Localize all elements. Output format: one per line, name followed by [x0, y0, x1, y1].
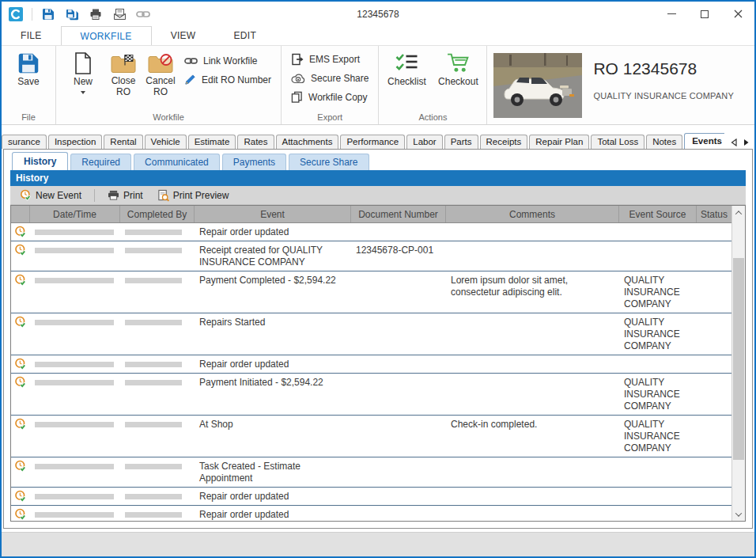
- redacted-date-bar: [35, 422, 114, 427]
- column-header[interactable]: Document Number: [351, 206, 446, 222]
- email-icon[interactable]: [112, 6, 127, 22]
- workfile-tab[interactable]: Repair Plan: [529, 135, 589, 149]
- column-header[interactable]: Status: [697, 206, 731, 222]
- events-sub-tab[interactable]: Secure Share: [289, 154, 369, 170]
- redacted-name-bar: [125, 464, 182, 469]
- save-icon[interactable]: [40, 6, 56, 22]
- new-button[interactable]: New: [61, 49, 105, 94]
- events-sub-tab[interactable]: History: [12, 152, 68, 170]
- comments-cell: [446, 457, 619, 487]
- save-icon: [17, 52, 40, 74]
- status-cell: [697, 374, 731, 415]
- events-sub-tab[interactable]: Required: [70, 154, 131, 170]
- event-source-cell: QUALITY INSURANCE COMPANY: [619, 313, 697, 355]
- event-clock-check-icon: [14, 274, 27, 287]
- date-time-cell: [30, 416, 120, 457]
- group-label-export: Export: [286, 111, 373, 124]
- minimize-button[interactable]: [655, 3, 688, 25]
- save-all-icon[interactable]: [64, 6, 80, 22]
- cancel-ro-button[interactable]: Cancel RO: [142, 49, 180, 98]
- workfile-tab[interactable]: Rates: [237, 135, 274, 149]
- cancel-ro-folder-icon: [148, 52, 173, 74]
- ribbon-tab[interactable]: VIEW: [152, 26, 215, 45]
- tab-scroll-right-icon[interactable]: [743, 139, 750, 146]
- print-button[interactable]: Print: [103, 188, 148, 203]
- workfile-tab[interactable]: Attachments: [276, 135, 339, 149]
- table-row[interactable]: Receipt created for QUALITY INSURANCE CO…: [11, 241, 731, 271]
- workfile-tab[interactable]: Vehicle: [145, 135, 187, 149]
- table-row[interactable]: Repair order updated: [11, 223, 731, 241]
- column-header[interactable]: Comments: [446, 206, 619, 222]
- event-status-cell: [11, 241, 30, 271]
- date-time-cell: [30, 457, 120, 487]
- checkout-cart-icon: [446, 52, 471, 74]
- save-button[interactable]: Save: [6, 49, 51, 88]
- link-workfile-button[interactable]: Link Workfile: [184, 55, 271, 66]
- quick-access-toolbar: [2, 6, 151, 22]
- workfile-tab[interactable]: Receipts: [480, 135, 528, 149]
- edit-ro-number-button[interactable]: Edit RO Number: [184, 74, 271, 85]
- table-row[interactable]: Task Created - Estimate Appointment: [11, 457, 731, 488]
- workfile-tab[interactable]: Notes: [646, 135, 682, 149]
- events-sub-tab[interactable]: Communicated: [134, 154, 220, 170]
- new-event-button[interactable]: New Event: [15, 188, 86, 203]
- event-clock-check-icon: [14, 316, 27, 328]
- checkout-button[interactable]: Checkout: [434, 49, 482, 88]
- history-table-header: Date/TimeCompleted ByEventDocument Numbe…: [11, 206, 731, 223]
- comments-cell: [446, 223, 619, 241]
- workfile-copy-button[interactable]: Workfile Copy: [291, 91, 369, 103]
- print-icon[interactable]: [88, 6, 104, 22]
- workfile-tab[interactable]: surance: [2, 135, 47, 149]
- print-preview-button[interactable]: Print Preview: [153, 188, 234, 203]
- group-label-workfile: Workfile: [61, 111, 276, 124]
- maximize-button[interactable]: [688, 3, 721, 25]
- app-window: 12345678 FILEWORKFILEVIEWEDIT Save File: [0, 0, 756, 558]
- status-cell: [697, 416, 731, 457]
- date-time-cell: [30, 271, 120, 313]
- events-sub-tab[interactable]: Payments: [222, 154, 286, 170]
- event-clock-check-icon: [14, 358, 27, 370]
- workfile-tab[interactable]: Rental: [104, 135, 142, 149]
- ribbon-tab[interactable]: EDIT: [215, 26, 276, 45]
- workfile-tab[interactable]: Total Loss: [591, 135, 644, 149]
- close-button[interactable]: [721, 3, 754, 25]
- secure-share-button[interactable]: Secure Share: [291, 73, 369, 84]
- event-cell: Repair order updated: [195, 355, 351, 373]
- workfile-tab[interactable]: Labor: [406, 135, 442, 149]
- table-row[interactable]: Payment Completed - $2,594.22 Lorem ipsu…: [11, 271, 731, 313]
- tab-scroll-left-icon[interactable]: [731, 139, 737, 146]
- app-logo-icon[interactable]: [8, 6, 24, 22]
- ribbon-tab[interactable]: WORKFILE: [61, 26, 152, 45]
- table-row[interactable]: Repair order updated: [11, 488, 731, 506]
- table-row[interactable]: Repairs Started QUALITY INSURANCE COMPAN…: [11, 313, 731, 355]
- close-ro-button[interactable]: Close RO: [105, 49, 142, 98]
- column-header[interactable]: Event Source: [619, 206, 697, 222]
- workfile-tab[interactable]: Parts: [444, 135, 478, 149]
- pencil-icon: [184, 74, 196, 85]
- workfile-tab[interactable]: Estimate: [188, 135, 236, 149]
- redacted-name-bar: [125, 278, 182, 283]
- document-number-cell: 12345678-CP-001: [351, 241, 446, 271]
- checklist-button[interactable]: Checklist: [384, 49, 429, 88]
- event-clock-check-icon: [14, 460, 27, 473]
- column-header[interactable]: Date/Time: [30, 206, 120, 222]
- scroll-down-icon[interactable]: [732, 507, 745, 521]
- column-header[interactable]: [11, 206, 30, 222]
- table-row[interactable]: Repair order updated: [11, 355, 731, 374]
- scrollbar-thumb[interactable]: [733, 258, 744, 460]
- vertical-scrollbar[interactable]: [731, 206, 745, 521]
- column-header[interactable]: Event: [195, 206, 351, 222]
- table-row[interactable]: At Shop Check-in completed. QUALITY INSU…: [11, 416, 731, 457]
- column-header[interactable]: Completed By: [120, 206, 195, 222]
- status-cell: [697, 506, 731, 521]
- scroll-up-icon[interactable]: [732, 206, 745, 219]
- event-status-cell: [11, 313, 30, 355]
- table-row[interactable]: Repair order updated: [11, 506, 731, 521]
- link-icon[interactable]: [135, 6, 151, 22]
- ems-export-button[interactable]: EMS Export: [291, 53, 369, 66]
- workfile-tab[interactable]: Performance: [340, 135, 405, 149]
- table-row[interactable]: Payment Initiated - $2,594.22 QUALITY IN…: [11, 374, 731, 416]
- workfile-tab[interactable]: Events: [684, 133, 724, 149]
- workfile-tab[interactable]: Inspection: [48, 135, 102, 149]
- ribbon-tab[interactable]: FILE: [2, 26, 61, 45]
